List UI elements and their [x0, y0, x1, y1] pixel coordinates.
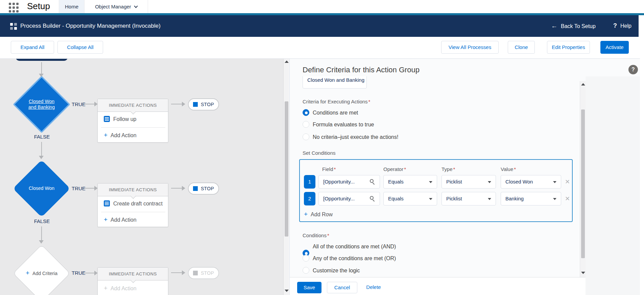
save-button[interactable]: Save — [297, 282, 321, 293]
field-lookup-row-2[interactable]: [Opportunity... — [318, 192, 380, 205]
panel-help-icon[interactable]: ? — [628, 65, 638, 74]
cancel-button[interactable]: Cancel — [327, 282, 357, 293]
connector-line — [41, 226, 42, 241]
trigger-node-clipped[interactable] — [16, 59, 68, 61]
type-select-row-2[interactable]: Picklist — [442, 192, 496, 205]
activate-button[interactable]: Activate — [600, 41, 629, 54]
value-select-row-1[interactable]: Closed Won — [501, 175, 561, 189]
radio-conditions-are-met[interactable] — [303, 109, 309, 116]
add-action-link[interactable]: +Add Action — [104, 131, 137, 139]
add-action-link[interactable]: +Add Action — [104, 216, 137, 223]
operator-select-row-2[interactable]: Equals — [383, 192, 437, 205]
criteria-name-input[interactable]: Closed Won and Banking — [303, 76, 367, 89]
dropdown-caret-icon — [429, 198, 432, 200]
radio-label: All of the conditions are met (AND) — [313, 244, 396, 250]
remove-row-2-button[interactable]: ✕ — [565, 195, 570, 202]
connector-line — [171, 188, 182, 189]
divider — [101, 127, 165, 128]
process-canvas[interactable]: Closed Won and Banking TRUE IMMEDIATE AC… — [0, 59, 283, 295]
waffle-dot — [9, 3, 11, 5]
window-scrollbar-gutter[interactable] — [640, 15, 644, 295]
view-all-processes-button[interactable]: View All Processes — [441, 41, 499, 54]
help-link[interactable]: ?Help — [613, 22, 631, 29]
radio-label: Conditions are met — [313, 110, 358, 116]
col-header-value: Value* — [501, 166, 516, 172]
value-select-row-2[interactable]: Banking — [501, 192, 561, 205]
criteria-node-closed-won[interactable] — [13, 160, 70, 217]
waffle-dot — [9, 6, 11, 9]
add-action-link-disabled[interactable]: +Add Action — [104, 285, 137, 292]
conditions-grid: Field* Operator* Type* Value* 1 [Opportu… — [299, 159, 573, 222]
false-label: FALSE — [32, 134, 51, 140]
app-launcher-icon[interactable] — [9, 3, 19, 13]
process-builder-header: Process Builder - Opportunity Management… — [0, 15, 639, 37]
dropdown-caret-icon — [553, 198, 556, 200]
radio-formula-evaluates[interactable] — [303, 121, 309, 128]
connector-line — [85, 104, 95, 104]
question-mark-icon: ? — [613, 22, 617, 29]
waffle-dot — [13, 10, 15, 13]
tab-object-manager[interactable]: Object Manager — [85, 0, 148, 13]
col-header-type: Type* — [442, 166, 455, 172]
canvas-scrollbar[interactable] — [283, 59, 289, 295]
type-select-row-1[interactable]: Picklist — [442, 175, 496, 189]
row-number-badge: 2 — [304, 192, 315, 205]
plus-icon: + — [104, 285, 108, 292]
scroll-up-arrow-icon[interactable] — [285, 60, 289, 63]
process-builder-app: Setup Home Object Manager Process Builde… — [0, 0, 644, 295]
immediate-actions-box-1: IMMEDIATE ACTIONS Follow up +Add Action — [97, 99, 168, 143]
true-label: TRUE — [72, 101, 86, 107]
dropdown-caret-icon — [488, 181, 491, 183]
stop-node-1: STOP — [188, 98, 219, 110]
radio-no-criteria[interactable] — [303, 133, 309, 140]
stop-square-icon — [193, 271, 198, 275]
connector-line — [41, 142, 42, 156]
back-arrow-icon: ← — [551, 22, 557, 29]
action-item-follow-up[interactable]: Follow up — [104, 116, 136, 122]
scroll-down-arrow-icon[interactable] — [285, 290, 289, 292]
collapse-all-button[interactable]: Collapse All — [57, 41, 103, 54]
stop-node-3-disabled: STOP — [188, 267, 219, 279]
delete-button[interactable]: Delete — [363, 282, 384, 293]
connector-line — [85, 273, 95, 273]
waffle-dot — [9, 10, 11, 13]
plus-icon: + — [104, 216, 108, 223]
panel-scrollbar[interactable] — [580, 81, 586, 277]
search-icon[interactable] — [370, 196, 374, 200]
criteria-exec-label: Criteria for Executing Actions* — [303, 99, 370, 104]
action-doc-icon — [104, 116, 110, 122]
panel-title: Define Criteria for this Action Group — [303, 66, 420, 74]
connector-line — [41, 62, 42, 74]
canvas-scrollbar-thumb[interactable] — [285, 101, 288, 237]
panel-scrollbar-thumb[interactable] — [581, 109, 585, 258]
radio-any-conditions-or[interactable] — [303, 255, 309, 262]
clone-button[interactable]: Clone — [508, 41, 535, 54]
true-label: TRUE — [72, 270, 86, 276]
remove-row-1-button[interactable]: ✕ — [565, 178, 570, 186]
waffle-dot — [13, 6, 15, 9]
arrow-right-icon — [182, 102, 185, 106]
edit-properties-button[interactable]: Edit Properties — [547, 41, 590, 54]
back-to-setup-link[interactable]: ←Back To Setup — [551, 22, 596, 30]
expand-all-button[interactable]: Expand All — [11, 41, 54, 54]
connector-line — [171, 272, 182, 273]
radio-customize-logic[interactable] — [303, 267, 309, 274]
scroll-down-arrow-icon[interactable] — [581, 272, 585, 274]
search-icon[interactable] — [370, 179, 374, 183]
field-lookup-row-1[interactable]: [Opportunity... — [318, 175, 380, 189]
process-builder-icon — [10, 23, 17, 30]
tab-home[interactable]: Home — [59, 0, 85, 13]
false-label: FALSE — [32, 218, 51, 224]
dropdown-caret-icon — [553, 181, 556, 183]
add-criteria-node[interactable] — [13, 245, 70, 295]
plus-icon: + — [304, 211, 308, 218]
add-row-link[interactable]: +Add Row — [304, 211, 333, 218]
criteria-node-closed-won-and-banking[interactable] — [13, 76, 70, 133]
scroll-up-arrow-icon[interactable] — [581, 83, 585, 85]
immediate-actions-box-3: IMMEDIATE ACTIONS +Add Action — [97, 267, 168, 295]
action-item-create-draft-contract[interactable]: Create draft contract — [104, 200, 163, 207]
operator-select-row-1[interactable]: Equals — [383, 175, 437, 189]
define-criteria-panel: Define Criteria for this Action Group ? … — [289, 59, 640, 295]
radio-label: Customize the logic — [313, 268, 360, 274]
chevron-down-icon — [134, 4, 138, 8]
